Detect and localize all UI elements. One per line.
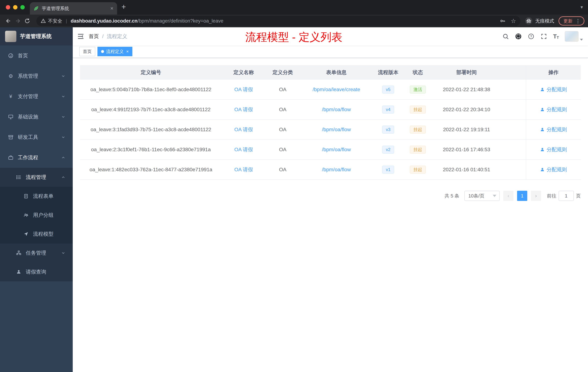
screen: 芋道管理系统 × + ▾ 不安全 | dashboard.yudao [0, 0, 588, 372]
cell-definition-id: oa_leave:5:004b710b-7b8a-11ec-8ef0-acde4… [80, 87, 222, 92]
bookmark-star-icon[interactable]: ☆ [511, 17, 516, 24]
chevron-up-icon [61, 155, 65, 160]
chevron-down-icon [61, 74, 65, 78]
assign-rule-link[interactable]: 分配规则 [540, 126, 567, 133]
sidebar-item-user-group[interactable]: 用户分组 [0, 206, 73, 225]
omnibox-separator: | [66, 18, 67, 24]
breadcrumb-separator: / [102, 33, 104, 39]
cell-category: OA [265, 127, 300, 132]
breadcrumb: 首页 / 流程定义 [89, 33, 127, 40]
status-tag: 挂起 [410, 146, 426, 153]
sidebar-item-process-management[interactable]: 流程管理 [0, 168, 73, 187]
cell-category: OA [265, 167, 300, 173]
select-caret-icon [493, 195, 496, 197]
user-icon [540, 87, 545, 92]
chevron-down-icon [61, 135, 65, 139]
window-close-button[interactable] [6, 5, 10, 10]
reload-icon[interactable] [22, 16, 32, 26]
prev-page-button[interactable]: ‹ [503, 191, 514, 201]
tab-close-icon[interactable]: × [110, 6, 114, 11]
tag-close-icon[interactable]: × [126, 49, 129, 54]
breadcrumb-home-link[interactable]: 首页 [89, 33, 99, 40]
new-tab-button[interactable]: + [121, 3, 126, 11]
password-key-icon[interactable] [499, 18, 506, 24]
definition-name-link[interactable]: OA 请假 [234, 106, 253, 113]
definition-name-link[interactable]: OA 请假 [234, 146, 253, 153]
cell-definition-id: oa_leave:3:1fad3d93-7b75-11ec-a3c8-acde4… [80, 127, 222, 132]
sidebar-item-workflow[interactable]: 工作流程 [0, 147, 73, 168]
users-icon [23, 212, 29, 218]
search-icon[interactable] [502, 33, 509, 40]
assign-rule-link[interactable]: 分配规则 [540, 106, 567, 113]
definition-name-link[interactable]: OA 请假 [234, 126, 253, 133]
next-page-button[interactable]: › [531, 191, 541, 201]
back-icon[interactable] [4, 16, 13, 26]
chevron-down-icon [61, 115, 65, 119]
assign-rule-link[interactable]: 分配规则 [540, 166, 567, 173]
tab-search-chevron-icon[interactable]: ▾ [580, 4, 583, 10]
sidebar-item-leave-query[interactable]: 请假查询 [0, 263, 73, 281]
pagination: 共 5 条 10条/页 ‹ 1 › 前往 页 [80, 191, 581, 201]
page-size-select[interactable]: 10条/页 [464, 191, 500, 201]
sidebar-item-infrastructure[interactable]: 基础设施 [0, 107, 73, 127]
sidebar-item-task-management[interactable]: 任务管理 [0, 243, 73, 263]
page-number-1[interactable]: 1 [517, 191, 527, 201]
header-version: 流程版本 [373, 69, 404, 76]
forward-icon[interactable] [13, 16, 22, 26]
version-tag: v5 [382, 86, 394, 94]
not-secure-label: 不安全 [48, 18, 62, 24]
form-info-link[interactable]: /bpm/oa/flow [322, 147, 351, 153]
form-info-link[interactable]: /bpm/oa/leave/create [313, 87, 360, 92]
browser-update-button[interactable]: 更新 ⋮ [558, 16, 584, 25]
form-info-link[interactable]: /bpm/oa/flow [322, 167, 351, 173]
org-tree-icon [16, 250, 21, 256]
browser-menu-icon[interactable]: ⋮ [576, 18, 580, 24]
help-icon[interactable]: ? [528, 33, 535, 40]
sidebar-item-system[interactable]: ⚙ 系统管理 [0, 66, 73, 86]
version-tag: v1 [382, 166, 394, 174]
status-tag: 挂起 [410, 126, 426, 134]
browser-tab[interactable]: 芋道管理系统 × [30, 2, 117, 15]
tab-strip: 芋道管理系统 × + ▾ [0, 0, 588, 15]
version-tag: v3 [382, 126, 394, 134]
form-info-link[interactable]: /bpm/oa/flow [322, 107, 351, 112]
fullscreen-icon[interactable] [540, 33, 547, 40]
url-path: /bpm/manager/definition?key=oa_leave [137, 18, 223, 24]
version-tag: v2 [382, 146, 394, 153]
assign-rule-link[interactable]: 分配规则 [540, 146, 567, 153]
tab-title: 芋道管理系统 [42, 5, 107, 11]
header-definition-name: 定义名称 [222, 69, 265, 76]
definition-name-link[interactable]: OA 请假 [234, 86, 253, 93]
status-tag: 挂起 [410, 166, 426, 174]
address-bar[interactable]: 不安全 | dashboard.yudao.iocoder.cn /bpm/ma… [36, 16, 520, 26]
goto-page-input[interactable] [558, 191, 574, 201]
version-tag: v4 [382, 106, 394, 114]
sidebar-item-home[interactable]: 首页 [0, 45, 73, 66]
window-controls [0, 5, 30, 10]
update-label: 更新 [563, 18, 573, 24]
cell-deploy-time: 2022-01-16 17:46:53 [432, 147, 501, 153]
user-avatar-dropdown[interactable] [565, 31, 583, 42]
page-unit-label: 页 [576, 193, 581, 199]
tag-home[interactable]: 首页 [79, 47, 95, 56]
sidebar-item-process-model[interactable]: 流程模型 [0, 225, 73, 243]
window-zoom-button[interactable] [20, 5, 25, 10]
font-size-icon[interactable]: TT [553, 33, 559, 39]
monitor-icon [8, 114, 13, 120]
gear-icon: ⚙ [8, 73, 13, 79]
header-deploy-time: 部署时间 [432, 69, 501, 76]
form-info-link[interactable]: /bpm/oa/flow [322, 127, 351, 132]
definition-name-link[interactable]: OA 请假 [234, 166, 253, 173]
browser-chrome: 芋道管理系统 × + ▾ 不安全 | dashboard.yudao [0, 0, 588, 27]
sidebar-item-payment[interactable]: ¥ 支付管理 [0, 86, 73, 107]
window-minimize-button[interactable] [13, 5, 17, 10]
sidebar-toggle-icon[interactable] [73, 27, 89, 45]
github-icon[interactable] [515, 33, 522, 40]
cell-deploy-time: 2022-01-16 01:40:51 [432, 167, 501, 173]
tag-process-definition[interactable]: 流程定义 × [97, 47, 132, 56]
sidebar-item-dev-tools[interactable]: 研发工具 [0, 127, 73, 147]
assign-rule-link[interactable]: 分配规则 [540, 86, 567, 93]
sidebar-item-process-form[interactable]: 流程表单 [0, 187, 73, 206]
user-icon [540, 167, 545, 172]
chevron-down-icon [61, 251, 65, 255]
